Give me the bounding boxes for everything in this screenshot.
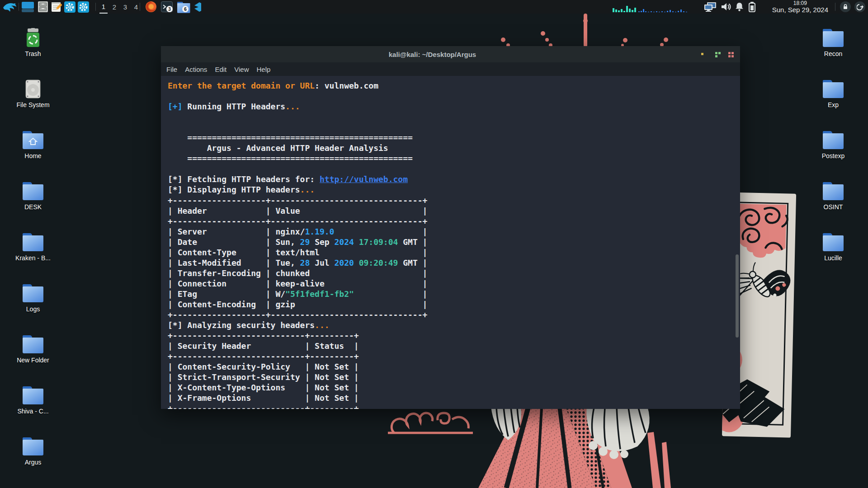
settings-gear-icon-2[interactable] xyxy=(77,0,90,14)
window-menubar: FileActionsEditViewHelp xyxy=(161,62,740,76)
folder-icon xyxy=(22,283,44,303)
desktop-icon-home[interactable]: Home xyxy=(11,130,55,160)
folder-icon xyxy=(22,334,44,354)
window-title: kali@kali: ~/Desktop/Argus xyxy=(161,46,704,62)
desktop-icon-recon[interactable]: Recon xyxy=(811,28,855,57)
close-button[interactable] xyxy=(728,52,735,57)
minimize-button[interactable] xyxy=(701,52,704,56)
logout-icon[interactable] xyxy=(854,1,865,12)
terminal-line: | Content-Security-Policy | Not Set | xyxy=(168,361,740,372)
file-cabinet-icon[interactable] xyxy=(37,0,49,14)
skirt-art xyxy=(388,407,671,488)
terminal-line: [*] Displaying HTTP headers... xyxy=(168,184,740,195)
battery-icon[interactable] xyxy=(746,0,758,14)
folder-icon xyxy=(822,232,844,252)
code-app-icon[interactable] xyxy=(193,0,203,14)
terminal-scrollbar[interactable] xyxy=(736,254,739,338)
files-badge: 6 xyxy=(182,6,189,12)
notifications-bell-icon[interactable] xyxy=(733,0,745,14)
menu-view[interactable]: View xyxy=(234,66,249,73)
terminal-line: | Transfer-Encoding | chunked | xyxy=(168,268,740,278)
desktop-icon-kraken-b-[interactable]: Kraken - B... xyxy=(11,232,55,262)
notes-icon[interactable] xyxy=(50,0,63,14)
workspace-1[interactable]: 1 xyxy=(99,0,108,14)
desktop-icon-logs[interactable]: Logs xyxy=(11,283,55,313)
desktop-icon-exp[interactable]: Exp xyxy=(811,79,855,108)
folder-icon xyxy=(822,79,844,99)
terminal-line: +-------------------+-------------------… xyxy=(168,216,740,226)
desktop-icon-file-system[interactable]: File System xyxy=(11,79,55,108)
terminal-line: ========================================… xyxy=(168,153,740,164)
workspace-3[interactable]: 3 xyxy=(121,0,129,14)
panel-separator xyxy=(835,3,835,11)
maximize-button[interactable] xyxy=(715,52,722,57)
desktop-icon-shiva-c-[interactable]: Shiva - C... xyxy=(11,385,55,415)
top-panel: 3 6 18:09 Su xyxy=(0,0,868,14)
folder-home-icon xyxy=(22,130,44,150)
desktop-icon-label: Exp xyxy=(811,101,855,108)
show-desktop-icon[interactable] xyxy=(20,0,35,14)
desktop-icon-trash[interactable]: Trash xyxy=(11,28,55,57)
terminal-line xyxy=(168,112,740,122)
terminal-line: Enter the target domain or URL: vulnweb.… xyxy=(168,80,740,91)
menu-file[interactable]: File xyxy=(166,66,177,73)
panel-separator xyxy=(19,3,19,11)
desktop-icon-label: Home xyxy=(11,152,55,160)
terminal-line xyxy=(168,122,740,132)
terminal-line: +---------------------------+---------+ xyxy=(168,330,740,341)
menu-edit[interactable]: Edit xyxy=(215,66,226,73)
kali-menu-icon[interactable] xyxy=(2,0,17,14)
terminal-line: | Connection | keep-alive | xyxy=(168,278,740,289)
lock-icon[interactable] xyxy=(840,1,851,12)
terminal-window[interactable]: kali@kali: ~/Desktop/Argus FileActionsEd… xyxy=(161,46,740,409)
file-manager-icon[interactable]: 6 xyxy=(176,0,189,14)
terminal-line: ========================================… xyxy=(168,132,740,143)
folder-icon xyxy=(822,181,844,201)
folder-icon xyxy=(22,436,44,456)
desktop-icon-label: Kraken - B... xyxy=(11,254,55,262)
terminal-line: | Header | Value | xyxy=(168,206,740,216)
desktop-icon-label: File System xyxy=(11,101,55,108)
terminal-output[interactable]: Enter the target domain or URL: vulnweb.… xyxy=(161,76,740,409)
terminal-line: | Security Header | Status | xyxy=(168,341,740,351)
desktop-icon-label: DESK xyxy=(11,203,55,211)
firefox-icon[interactable] xyxy=(144,0,158,14)
desktop-icon-label: OSINT xyxy=(811,203,855,211)
desktop-icon-label: Postexp xyxy=(811,152,855,160)
workspace-2[interactable]: 2 xyxy=(110,0,118,14)
desktop-icon-postexp[interactable]: Postexp xyxy=(811,130,855,160)
window-titlebar[interactable]: kali@kali: ~/Desktop/Argus xyxy=(161,46,740,62)
trash-icon xyxy=(22,28,44,48)
clock[interactable]: 18:09 Sun, Sep 29, 2024 xyxy=(772,0,828,14)
terminal-line: +---------------------------+---------+ xyxy=(168,351,740,361)
terminal-badge: 3 xyxy=(166,6,173,12)
terminal-line: | Strict-Transport-Security | Not Set | xyxy=(168,372,740,382)
terminal-line: | X-Content-Type-Options | Not Set | xyxy=(168,382,740,393)
desktop-icon-lucille[interactable]: Lucille xyxy=(811,232,855,262)
desktop-icon-argus[interactable]: Argus xyxy=(11,436,55,466)
terminal-line: | Date | Sun, 29 Sep 2024 17:09:04 GMT | xyxy=(168,237,740,247)
workspace-4[interactable]: 4 xyxy=(132,0,140,14)
desktop-icon-desk[interactable]: DESK xyxy=(11,181,55,211)
terminal-line: | X-Frame-Options | Not Set | xyxy=(168,393,740,403)
desktop-icon-new-folder[interactable]: New Folder xyxy=(11,334,55,364)
folder-icon xyxy=(22,232,44,252)
terminal-line: [*] Analyzing security headers... xyxy=(168,320,740,330)
desktop-icon-label: Shiva - C... xyxy=(11,408,55,415)
settings-gear-icon[interactable] xyxy=(64,0,76,14)
drive-icon xyxy=(22,79,44,99)
volume-icon[interactable] xyxy=(720,0,732,14)
folder-icon xyxy=(822,28,844,48)
desktop-icon-label: Argus xyxy=(11,459,55,466)
desktop: TrashFile SystemHomeDESKKraken - B...Log… xyxy=(0,0,868,488)
menu-help[interactable]: Help xyxy=(256,66,270,73)
terminal-app-icon[interactable]: 3 xyxy=(160,0,174,14)
terminal-line: | Content-Encoding | gzip | xyxy=(168,299,740,310)
panel-separator xyxy=(95,3,96,11)
folder-icon xyxy=(22,181,44,201)
desktop-icon-osint[interactable]: OSINT xyxy=(811,181,855,211)
folder-icon xyxy=(822,130,844,150)
terminal-line: | ETag | W/"5f1fedf1-fb2" | xyxy=(168,289,740,299)
menu-actions[interactable]: Actions xyxy=(185,66,207,73)
display-icon[interactable] xyxy=(703,0,718,14)
